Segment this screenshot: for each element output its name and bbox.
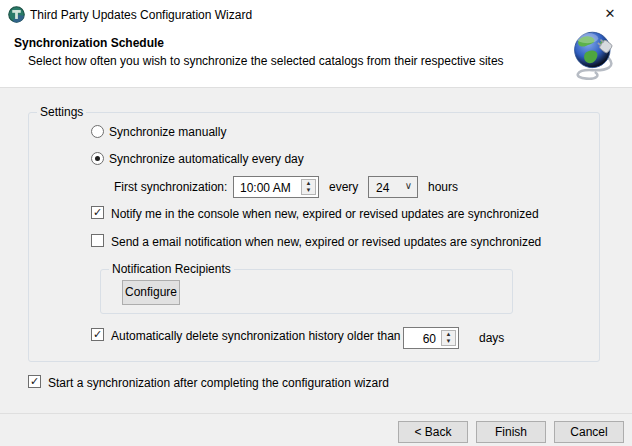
checkbox-email-notification[interactable] xyxy=(91,234,104,247)
time-spinner: ▲ ▼ xyxy=(301,179,316,195)
globe-network-icon xyxy=(567,27,621,83)
spinner-up-icon[interactable]: ▲ xyxy=(302,180,315,187)
days-label: days xyxy=(479,331,504,345)
check-icon: ✓ xyxy=(92,207,103,218)
finish-button[interactable]: Finish xyxy=(476,421,546,443)
window-title: Third Party Updates Configuration Wizard xyxy=(30,7,252,23)
configure-button[interactable]: Configure xyxy=(122,280,180,305)
window-header: Third Party Updates Configuration Wizard… xyxy=(0,0,632,88)
wizard-dialog: Third Party Updates Configuration Wizard… xyxy=(0,0,632,446)
hours-label: hours xyxy=(428,180,458,194)
radio-sync-manually[interactable] xyxy=(91,125,104,138)
radio-sync-automatically[interactable] xyxy=(91,152,104,165)
notification-recipients-group: Notification Recipients Configure xyxy=(100,269,513,314)
every-label: every xyxy=(329,180,358,194)
checkbox-start-sync-after-wizard-label[interactable]: Start a synchronization after completing… xyxy=(48,376,389,390)
checkbox-auto-delete-history[interactable]: ✓ xyxy=(91,328,104,341)
settings-group: Settings Synchronize manually Synchroniz… xyxy=(28,112,600,362)
page-subtitle: Select how often you wish to synchronize… xyxy=(28,54,504,68)
notification-recipients-label: Notification Recipients xyxy=(109,262,234,277)
chevron-down-icon: ∨ xyxy=(405,180,412,191)
interval-dropdown[interactable]: 24 ∨ xyxy=(368,176,418,198)
delete-days-value: 60 xyxy=(423,332,436,346)
checkbox-notify-console-label[interactable]: Notify me in the console when new, expir… xyxy=(111,207,539,221)
settings-group-label: Settings xyxy=(37,105,86,120)
check-icon: ✓ xyxy=(92,329,103,340)
checkbox-auto-delete-history-label[interactable]: Automatically delete synchronization his… xyxy=(111,329,401,343)
time-value: 10:00 AM xyxy=(240,181,291,195)
checkbox-notify-console[interactable]: ✓ xyxy=(91,206,104,219)
footer-divider xyxy=(0,413,632,414)
days-spinner: ▲ ▼ xyxy=(441,330,456,346)
close-icon[interactable]: ✕ xyxy=(601,5,619,23)
checkbox-email-notification-label[interactable]: Send a email notification when new, expi… xyxy=(111,235,541,249)
delete-days-input[interactable]: 60 ▲ ▼ xyxy=(403,327,459,349)
first-sync-label: First synchronization: xyxy=(114,180,227,194)
spinner-up-icon[interactable]: ▲ xyxy=(442,331,455,338)
checkbox-start-sync-after-wizard[interactable]: ✓ xyxy=(28,375,41,388)
spinner-down-icon[interactable]: ▼ xyxy=(442,338,455,345)
radio-dot xyxy=(95,156,100,161)
back-button[interactable]: < Back xyxy=(398,421,468,443)
cancel-button[interactable]: Cancel xyxy=(554,421,624,443)
app-icon xyxy=(8,6,25,23)
radio-sync-manually-label[interactable]: Synchronize manually xyxy=(109,125,226,139)
interval-value: 24 xyxy=(376,181,389,195)
first-sync-time-input[interactable]: 10:00 AM ▲ ▼ xyxy=(233,176,319,198)
spinner-down-icon[interactable]: ▼ xyxy=(302,187,315,194)
check-icon: ✓ xyxy=(29,376,40,387)
page-title: Synchronization Schedule xyxy=(14,36,164,50)
radio-sync-automatically-label[interactable]: Synchronize automatically every day xyxy=(109,152,304,166)
